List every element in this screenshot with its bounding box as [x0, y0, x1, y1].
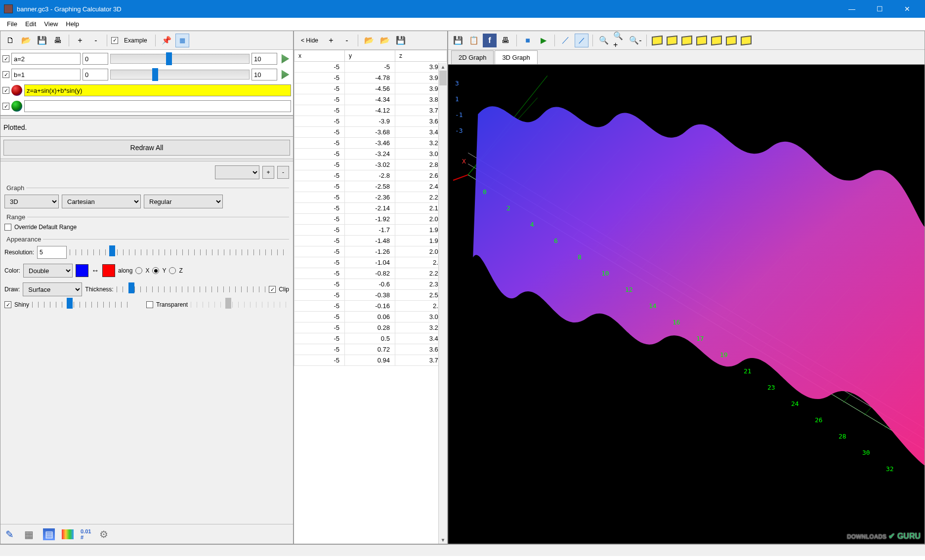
view-cube-2-icon[interactable] — [667, 35, 677, 45]
param-a-play-icon[interactable] — [279, 53, 291, 65]
calc-icon[interactable]: ▤ — [43, 528, 55, 540]
save-image-icon[interactable]: 💾 — [451, 34, 465, 47]
example-label[interactable]: Example — [120, 35, 151, 46]
style-select[interactable]: Regular — [144, 195, 223, 208]
transparent-slider[interactable] — [191, 302, 289, 308]
grid-icon[interactable]: ▦ — [175, 34, 189, 47]
table-row[interactable]: -5-4.783.96 — [294, 73, 447, 83]
view-cube-5-icon[interactable] — [711, 35, 722, 45]
preset-select[interactable] — [215, 165, 259, 179]
table-row[interactable]: -50.943.77 — [294, 355, 447, 366]
table-row[interactable]: -50.53.44 — [294, 333, 447, 344]
zoom-in-icon[interactable]: 🔍+ — [613, 34, 627, 47]
table-row[interactable]: -5-4.343.89 — [294, 94, 447, 105]
resolution-slider[interactable] — [70, 249, 289, 255]
scroll-down-icon[interactable]: ▼ — [439, 536, 447, 544]
tab-2d[interactable]: 2D Graph — [451, 50, 494, 64]
grid-tool-icon[interactable]: ▦ — [24, 528, 36, 540]
line-thick-icon[interactable]: ／ — [575, 34, 589, 47]
eq2-color-icon[interactable] — [11, 101, 22, 112]
facebook-icon[interactable]: f — [483, 34, 497, 47]
data-open-icon[interactable]: 📂 — [362, 34, 376, 47]
data-save-icon[interactable]: 💾 — [394, 34, 408, 47]
transparent-checkbox[interactable] — [146, 301, 153, 308]
table-row[interactable]: -5-0.62.39 — [294, 279, 447, 290]
menu-edit[interactable]: Edit — [21, 19, 40, 29]
table-row[interactable]: -5-3.683.47 — [294, 127, 447, 138]
data-export-icon[interactable]: 📂 — [378, 34, 392, 47]
precision-icon[interactable]: 0.01# — [81, 528, 92, 540]
table-row[interactable]: -50.063.02 — [294, 312, 447, 322]
param-a-min[interactable] — [83, 53, 108, 65]
table-row[interactable]: -5-3.93.65 — [294, 116, 447, 127]
table-row[interactable]: -5-2.142.12 — [294, 203, 447, 214]
scroll-up-icon[interactable]: ▲ — [439, 63, 447, 71]
param-b-checkbox[interactable] — [2, 71, 9, 78]
param-b-slider[interactable] — [110, 70, 250, 80]
axis-z-radio[interactable] — [169, 267, 176, 274]
example-checkbox[interactable] — [111, 37, 118, 44]
color-b-swatch[interactable] — [102, 264, 115, 277]
color-mode-select[interactable]: Double — [23, 264, 73, 278]
resolution-input[interactable] — [37, 246, 67, 259]
table-row[interactable]: -5-4.563.95 — [294, 83, 447, 94]
gear-icon[interactable]: ⚙ — [99, 528, 111, 540]
eq1-checkbox[interactable] — [2, 87, 9, 94]
line-thin-icon[interactable]: ／ — [559, 34, 573, 47]
data-scrollbar[interactable]: ▲ ▼ — [438, 63, 447, 544]
table-row[interactable]: -5-2.82.62 — [294, 170, 447, 181]
preset-add-button[interactable]: + — [262, 166, 274, 179]
tab-3d[interactable]: 3D Graph — [495, 50, 537, 64]
eq1-color-icon[interactable] — [11, 85, 22, 96]
shiny-checkbox[interactable] — [4, 301, 11, 308]
palette-icon[interactable] — [62, 529, 74, 539]
table-row[interactable]: -5-0.382.59 — [294, 290, 447, 301]
minimize-button[interactable]: — — [838, 0, 866, 18]
stop-icon[interactable]: ■ — [521, 34, 535, 47]
table-row[interactable]: -5-1.262.01 — [294, 246, 447, 257]
table-row[interactable]: -5-2.582.43 — [294, 181, 447, 192]
shiny-slider[interactable] — [32, 302, 130, 308]
menu-view[interactable]: View — [40, 19, 62, 29]
view-cube-3-icon[interactable] — [681, 35, 692, 45]
redraw-all-button[interactable]: Redraw All — [3, 140, 290, 156]
axis-y-radio[interactable] — [152, 267, 159, 274]
menu-file[interactable]: File — [3, 19, 21, 29]
table-row[interactable]: -5-4.123.79 — [294, 105, 447, 116]
view-cube-7-icon[interactable] — [741, 35, 752, 45]
param-a-slider[interactable] — [110, 54, 250, 64]
menu-help[interactable]: Help — [62, 19, 83, 29]
table-row[interactable]: -5-0.822.23 — [294, 268, 447, 279]
col-z[interactable]: z — [395, 50, 447, 62]
table-row[interactable]: -5-3.463.27 — [294, 138, 447, 149]
table-row[interactable]: -50.723.62 — [294, 344, 447, 355]
color-a-swatch[interactable] — [76, 264, 88, 277]
play-icon[interactable]: ▶ — [537, 34, 550, 47]
table-row[interactable]: -5-3.022.84 — [294, 160, 447, 170]
close-button[interactable]: ✕ — [893, 0, 921, 18]
param-a-checkbox[interactable] — [2, 55, 9, 62]
view-cube-4-icon[interactable] — [696, 35, 707, 45]
minus-button[interactable]: - — [89, 34, 103, 47]
thickness-slider[interactable] — [117, 286, 266, 292]
table-row[interactable]: -5-0.162.8 — [294, 301, 447, 312]
param-b-min[interactable] — [83, 69, 108, 80]
view-cube-6-icon[interactable] — [726, 35, 737, 45]
zoom-out-icon[interactable]: 🔍- — [629, 34, 642, 47]
copy-icon[interactable]: 📋 — [467, 34, 481, 47]
data-minus-button[interactable]: - — [340, 34, 354, 47]
param-b-max[interactable] — [252, 69, 277, 80]
eq2-formula-input[interactable] — [24, 100, 291, 112]
hide-data-button[interactable]: < Hide — [297, 35, 322, 46]
table-row[interactable]: -5-3.243.06 — [294, 149, 447, 160]
eq2-checkbox[interactable] — [2, 103, 9, 110]
view-cube-1-icon[interactable] — [652, 35, 663, 45]
print-graph-icon[interactable]: 🖶 — [499, 34, 512, 47]
table-row[interactable]: -5-53.92 — [294, 62, 447, 73]
col-y[interactable]: y — [344, 50, 395, 62]
save-icon[interactable]: 💾 — [35, 34, 49, 47]
graph-mode-select[interactable]: 3D — [4, 195, 59, 208]
param-b-name[interactable] — [11, 69, 81, 80]
draw-mode-select[interactable]: Surface — [23, 282, 82, 296]
swap-colors-button[interactable]: ↔ — [91, 266, 99, 275]
